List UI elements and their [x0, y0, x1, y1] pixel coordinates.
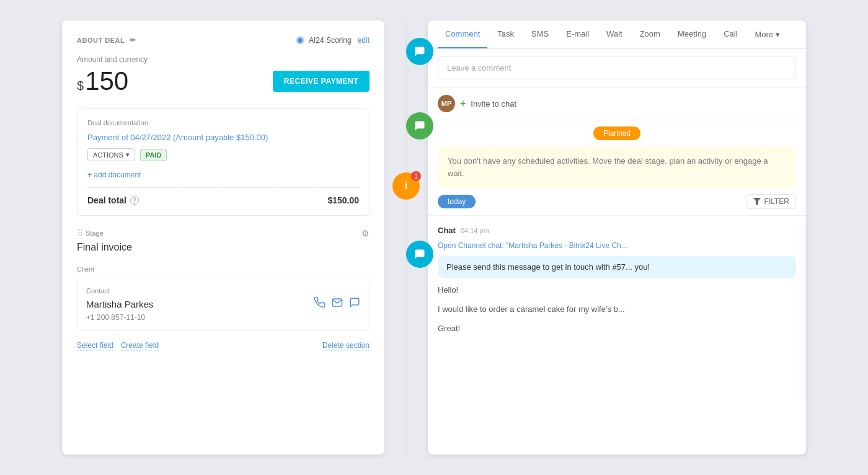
plus-icon: +: [460, 98, 466, 109]
pencil-icon[interactable]: ✏: [130, 36, 136, 45]
planned-badge: Planned: [593, 127, 640, 140]
more-tab[interactable]: More ▾: [748, 21, 788, 48]
create-field-link[interactable]: Create field: [121, 341, 159, 350]
today-badge: today: [438, 195, 476, 208]
phone-icon[interactable]: [314, 297, 326, 311]
planned-badge-row: Planned: [428, 120, 806, 146]
tab-task[interactable]: Task: [490, 20, 521, 48]
deal-total-label: Deal total ?: [87, 195, 139, 205]
add-document-link[interactable]: + add document: [87, 171, 141, 179]
edit-link[interactable]: edit: [358, 36, 370, 45]
chat-icon[interactable]: [349, 297, 360, 311]
amount-value: 150: [85, 66, 128, 95]
deal-total-row: Deal total ? $150.00: [87, 195, 359, 205]
tab-email[interactable]: E-mail: [559, 20, 596, 48]
bottom-left-links: Select field Create field: [77, 341, 159, 350]
settings-icon[interactable]: ⚙: [361, 228, 370, 238]
about-deal-label: ABOUT DEAL: [77, 37, 125, 44]
about-deal-title: ABOUT DEAL ✏: [77, 36, 136, 45]
tab-sms[interactable]: SMS: [524, 20, 556, 48]
client-section: Client Contact Martisha Parkes: [77, 265, 370, 331]
bottom-actions: Select field Create field Delete section: [77, 341, 370, 350]
contact-card: Contact Martisha Parkes: [77, 278, 370, 331]
open-channel-link[interactable]: Open Channel chat: "Martisha Parkes - Bi…: [438, 241, 796, 250]
right-panel: Comment Task SMS E-mail Wait Zoom Meetin…: [428, 20, 806, 455]
chat-bubble-1[interactable]: [406, 38, 433, 65]
deal-docs-label: Deal documentation: [87, 119, 359, 127]
timeline-connector: i 1: [384, 20, 428, 455]
actions-button[interactable]: ACTIONS ▾: [87, 148, 135, 161]
scheduled-notice: You don't have any scheduled activities.…: [438, 146, 796, 188]
ai-scoring-button[interactable]: AI24 Scoring: [295, 35, 352, 45]
tab-call[interactable]: Call: [716, 20, 745, 48]
receive-payment-button[interactable]: RECEIVE PAYMENT: [273, 71, 370, 92]
chat-message-1: Please send this message to get in touch…: [438, 256, 796, 278]
chat-message-3: I would like to order a caramel cake for…: [438, 302, 796, 316]
deal-total-value: $150.00: [327, 195, 359, 205]
ai-scoring-icon: [295, 35, 305, 45]
chat-label: Chat: [438, 226, 456, 235]
stage-header: ⠿ Stage ⚙: [77, 228, 370, 238]
today-row: today FILTER: [428, 188, 806, 215]
drag-icon: ⠿: [77, 228, 83, 238]
amount-display: $150: [77, 66, 128, 96]
chat-bubble-3[interactable]: [406, 241, 433, 268]
info-badge: 1: [411, 171, 421, 181]
select-field-link[interactable]: Select field: [77, 341, 113, 350]
left-panel: ABOUT DEAL ✏ AI24 Scoring edit Amount an…: [62, 20, 384, 455]
paid-badge: PAID: [140, 149, 167, 161]
svg-point-1: [298, 38, 303, 43]
deal-docs-section: Deal documentation Payment of 04/27/2022…: [77, 109, 370, 216]
contact-phone: +1 200 857-11-10: [86, 313, 360, 322]
tabs-bar: Comment Task SMS E-mail Wait Zoom Meetin…: [428, 20, 806, 49]
about-deal-header: ABOUT DEAL ✏ AI24 Scoring edit: [77, 35, 370, 45]
filter-icon: [753, 198, 761, 205]
contact-name: Martisha Parkes: [86, 299, 153, 309]
info-bubble[interactable]: i 1: [392, 172, 420, 200]
stage-label: ⠿ Stage: [77, 228, 104, 238]
filter-button[interactable]: FILTER: [746, 194, 796, 209]
amount-label: Amount and currency: [77, 55, 370, 64]
tab-comment[interactable]: Comment: [438, 20, 487, 48]
invite-row[interactable]: MP + Invite to chat: [428, 87, 806, 120]
chat-message-2: Hello!: [438, 283, 796, 297]
tab-meeting[interactable]: Meeting: [670, 20, 714, 48]
doc-actions-row: ACTIONS ▾ PAID: [87, 148, 359, 161]
contact-name-row: Martisha Parkes: [86, 297, 360, 311]
connector-line: [405, 20, 407, 455]
info-icon: ?: [130, 196, 139, 205]
client-label: Client: [77, 265, 370, 273]
chat-message-4: Great!: [438, 321, 796, 335]
delete-section-link[interactable]: Delete section: [322, 341, 370, 350]
chat-header: Chat 04:14 pm: [438, 226, 796, 235]
contact-actions: [314, 297, 360, 311]
contact-label: Contact: [86, 287, 360, 295]
currency-symbol: $: [77, 79, 84, 92]
tab-zoom[interactable]: Zoom: [632, 20, 668, 48]
divider: [87, 187, 359, 188]
comment-input[interactable]: Leave a comment: [438, 56, 796, 79]
amount-row: $150 RECEIVE PAYMENT: [77, 66, 370, 96]
bubble-wrapper-3: i 1: [392, 172, 420, 200]
chevron-down-icon: ▾: [776, 30, 780, 39]
mail-icon[interactable]: [332, 297, 343, 311]
avatar: MP: [438, 95, 455, 112]
chat-section: Chat 04:14 pm Open Channel chat: "Martis…: [428, 215, 806, 350]
doc-link[interactable]: Payment of 04/27/2022 (Amount payable $1…: [87, 133, 359, 142]
tab-wait[interactable]: Wait: [599, 20, 630, 48]
comment-input-area: Leave a comment: [428, 49, 806, 87]
chat-bubble-2[interactable]: [406, 112, 433, 140]
chat-time: 04:14 pm: [461, 227, 489, 234]
svg-marker-2: [753, 198, 761, 205]
stage-value: Final invoice: [77, 242, 370, 253]
stage-section: ⠿ Stage ⚙ Final invoice: [77, 228, 370, 253]
chevron-down-icon: ▾: [126, 151, 130, 159]
invite-text: Invite to chat: [471, 99, 516, 109]
